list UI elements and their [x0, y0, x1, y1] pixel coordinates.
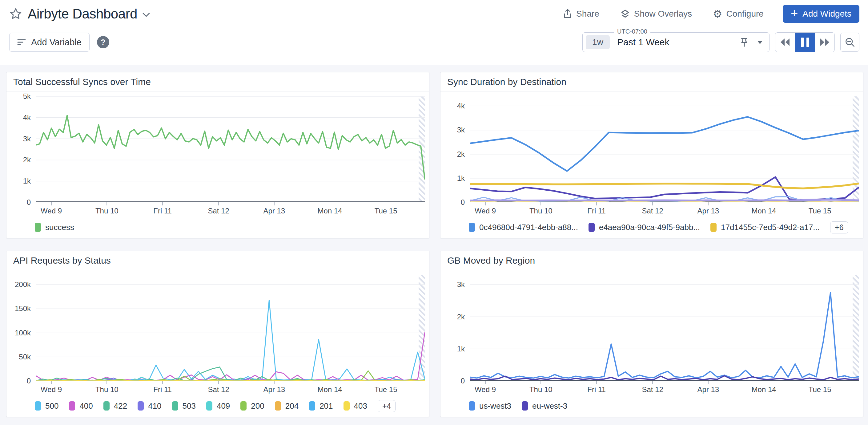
- legend-label: 409: [217, 401, 230, 411]
- x-axis-label: Tue 15: [809, 207, 831, 215]
- legend-label: 204: [285, 401, 299, 411]
- favorite-star-icon[interactable]: [9, 7, 22, 20]
- legend-swatch: [69, 401, 75, 411]
- y-axis-label: 2k: [457, 312, 465, 321]
- x-axis-label: Apr 13: [263, 385, 285, 394]
- legend-item[interactable]: 503: [172, 401, 196, 411]
- y-axis: 01k2k3k4k: [440, 96, 470, 202]
- legend-item[interactable]: 17d1455c-7ed5-49d2-a17...: [710, 223, 820, 232]
- pause-button[interactable]: [795, 33, 815, 52]
- x-axis-tick: [708, 381, 709, 384]
- top-bar: Airbyte Dashboard Share: [0, 0, 868, 65]
- legend-item[interactable]: 400: [69, 401, 93, 411]
- y-axis-label: 0: [27, 377, 31, 385]
- x-axis-label: Fri 11: [153, 207, 172, 215]
- plot-area[interactable]: [470, 275, 859, 381]
- forward-button[interactable]: [815, 33, 834, 52]
- x-axis-label: Sat 12: [208, 207, 229, 215]
- y-axis-label: 1k: [457, 345, 465, 353]
- legend-item[interactable]: 200: [240, 401, 264, 411]
- legend-item[interactable]: 0c49680d-4791-4ebb-a88...: [469, 223, 578, 232]
- chart-canvas: [36, 96, 425, 202]
- chart-canvas: [470, 96, 859, 202]
- configure-button[interactable]: ⚙ Configure: [711, 8, 766, 20]
- chart-canvas: [470, 275, 859, 381]
- x-axis-tick: [652, 381, 653, 384]
- legend-item[interactable]: 500: [35, 401, 59, 411]
- legend-label: e4aea90a-90ca-49f5-9abb...: [599, 223, 700, 232]
- legend-label: 500: [45, 401, 59, 411]
- x-axis-label: Tue 15: [809, 385, 831, 394]
- y-axis-label: 150k: [15, 304, 31, 313]
- legend-item[interactable]: us-west3: [469, 401, 511, 411]
- chart-canvas: [36, 275, 425, 381]
- legend-item[interactable]: 409: [206, 401, 230, 411]
- header-toolbar: Share Show Overlays ⚙ Configure + Add Wi…: [561, 5, 859, 23]
- chevron-down-icon[interactable]: [142, 12, 150, 17]
- share-button[interactable]: Share: [561, 9, 601, 19]
- plot-area[interactable]: [36, 275, 425, 381]
- panel-title: Sync Duration by Destination: [440, 72, 863, 91]
- chart-legend: 500400422410503409200204201403+4: [35, 399, 425, 413]
- legend-item[interactable]: 201: [309, 401, 333, 411]
- dashboard-grid: Total Successful Syncs over Time 01k2k3k…: [6, 72, 863, 417]
- pin-icon[interactable]: [740, 37, 749, 48]
- legend-item[interactable]: success: [35, 223, 74, 232]
- help-icon[interactable]: ?: [97, 36, 109, 48]
- x-axis-tick: [162, 381, 163, 384]
- plot-area[interactable]: [36, 96, 425, 202]
- x-axis-tick: [820, 381, 820, 384]
- x-axis-tick: [218, 202, 219, 205]
- chart-gb-moved: 01k2k3k Wed 9Thu 10Fri 11Sat 12Apr 13Mon…: [440, 270, 863, 413]
- caret-down-icon[interactable]: [757, 40, 763, 44]
- legend-item[interactable]: e4aea90a-90ca-49f5-9abb...: [589, 223, 700, 232]
- backward-button[interactable]: [775, 33, 795, 52]
- title-row: Airbyte Dashboard Share: [9, 4, 859, 24]
- legend-item[interactable]: 410: [137, 401, 161, 411]
- plot-area[interactable]: [470, 96, 859, 202]
- x-axis-label: Wed 9: [41, 207, 62, 215]
- x-axis-label: Apr 13: [697, 207, 719, 215]
- page-title: Airbyte Dashboard: [28, 6, 137, 22]
- x-axis: Wed 9Thu 10Fri 11Sat 12Apr 13Mon 14Tue 1…: [470, 381, 859, 396]
- legend-item[interactable]: 403: [343, 401, 367, 411]
- x-axis-tick: [218, 381, 219, 384]
- legend-label: us-west3: [479, 401, 511, 411]
- x-axis-tick: [330, 381, 330, 384]
- time-controls: UTC-07:00 1w Past 1 Week: [582, 32, 859, 52]
- zoom-out-button[interactable]: [840, 33, 859, 52]
- x-axis-label: Tue 15: [375, 385, 397, 394]
- legend-swatch: [710, 223, 717, 232]
- y-axis-label: 3k: [457, 126, 465, 134]
- zoom-out-icon: [845, 37, 855, 48]
- y-axis-label: 2k: [457, 150, 465, 159]
- y-axis: 01k2k3k4k5k: [6, 96, 36, 202]
- y-axis-label: 0: [461, 377, 465, 385]
- panel-title: API Requests by Status: [6, 251, 429, 270]
- x-axis-tick: [274, 381, 275, 384]
- y-axis-label: 50k: [19, 353, 31, 361]
- legend-item[interactable]: 422: [103, 401, 127, 411]
- x-axis-tick: [386, 381, 386, 384]
- legend-swatch: [137, 401, 144, 411]
- timezone-label: UTC-07:00: [614, 28, 650, 35]
- show-overlays-button[interactable]: Show Overlays: [618, 9, 694, 19]
- panel-title: Total Successful Syncs over Time: [6, 72, 429, 91]
- pause-icon: [801, 37, 809, 47]
- plus-icon: +: [791, 7, 798, 20]
- x-axis-label: Mon 14: [318, 385, 342, 394]
- x-axis-tick: [386, 202, 386, 205]
- add-variable-button[interactable]: Add Variable: [9, 33, 90, 52]
- legend-more-badge[interactable]: +4: [378, 400, 396, 412]
- x-axis-label: Fri 11: [153, 385, 172, 394]
- y-axis-label: 4k: [457, 102, 465, 110]
- legend-label: 0c49680d-4791-4ebb-a88...: [479, 223, 578, 232]
- legend-item[interactable]: eu-west-3: [522, 401, 567, 411]
- series-line-500: [36, 300, 425, 381]
- time-range-picker[interactable]: UTC-07:00 1w Past 1 Week: [582, 32, 770, 52]
- legend-more-badge[interactable]: +6: [830, 221, 848, 234]
- legend-label: 422: [114, 401, 127, 411]
- legend-item[interactable]: 204: [275, 401, 299, 411]
- legend-swatch: [589, 223, 595, 232]
- add-widgets-button[interactable]: + Add Widgets: [783, 5, 859, 23]
